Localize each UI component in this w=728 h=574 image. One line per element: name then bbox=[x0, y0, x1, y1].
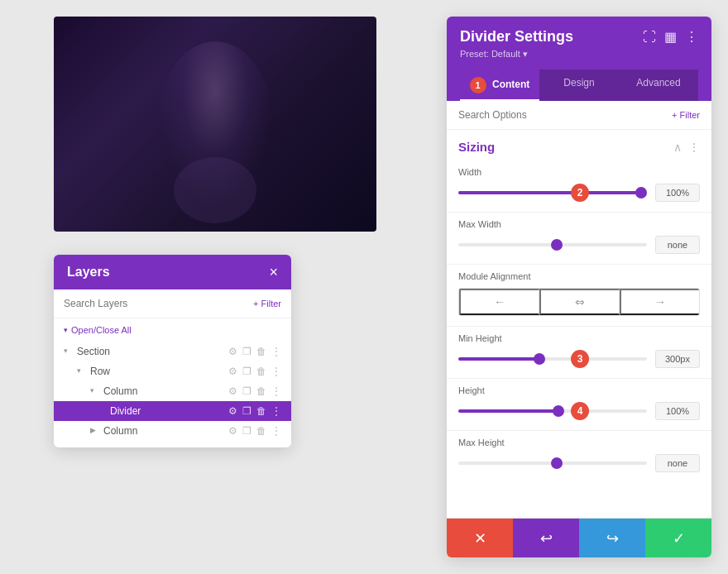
tab-advanced[interactable]: Advanced bbox=[619, 69, 698, 101]
tab-design[interactable]: Design bbox=[539, 69, 619, 101]
section-copy-icon[interactable]: ❐ bbox=[242, 346, 251, 357]
col2-toggle-icon: ▶ bbox=[90, 426, 100, 436]
divider-more-icon[interactable]: ⋮ bbox=[271, 405, 281, 417]
layers-search-input[interactable] bbox=[64, 298, 247, 309]
more-options-icon[interactable]: ⋮ bbox=[685, 29, 698, 45]
height-slider-track[interactable]: 4 bbox=[458, 409, 647, 413]
max-height-value[interactable]: none bbox=[655, 454, 700, 472]
divider-settings-icon[interactable]: ⚙ bbox=[228, 405, 237, 417]
max-height-slider-thumb[interactable] bbox=[551, 457, 563, 469]
height-slider-fill bbox=[458, 409, 558, 413]
width-label: Width bbox=[458, 167, 700, 177]
height-slider-thumb[interactable] bbox=[553, 405, 564, 417]
col1-toggle-icon: ▾ bbox=[90, 386, 100, 396]
width-slider-fill bbox=[458, 191, 641, 194]
col2-more-icon[interactable]: ⋮ bbox=[271, 425, 281, 437]
tree-label-column1: Column bbox=[103, 385, 228, 397]
settings-preset[interactable]: Preset: Default ▾ bbox=[460, 49, 698, 60]
row-more-icon[interactable]: ⋮ bbox=[271, 366, 281, 377]
height-value[interactable]: 100% bbox=[655, 402, 700, 420]
tree-item-row[interactable]: ▾ Row ⚙ ❐ 🗑 ⋮ bbox=[54, 361, 291, 381]
layers-search-bar: + Filter bbox=[54, 289, 291, 318]
layers-open-close[interactable]: ▾ Open/Close All bbox=[54, 318, 291, 342]
cancel-button[interactable]: ✕ bbox=[447, 519, 513, 557]
open-close-arrow-icon: ▾ bbox=[64, 326, 68, 334]
tree-label-divider: Divider bbox=[110, 405, 228, 417]
settings-header-icons: ⛶ ▦ ⋮ bbox=[643, 29, 698, 45]
row-delete-icon[interactable]: 🗑 bbox=[256, 366, 266, 377]
width-value[interactable]: 100% bbox=[655, 184, 700, 202]
sizing-collapse-icon[interactable]: ∧ bbox=[673, 141, 682, 154]
min-height-label: Min Height bbox=[458, 333, 700, 343]
max-width-row: Max Width none bbox=[447, 213, 711, 264]
divider-copy-icon[interactable]: ❐ bbox=[242, 405, 251, 417]
max-width-label: Max Width bbox=[458, 219, 700, 229]
min-height-value[interactable]: 300px bbox=[655, 350, 700, 368]
tree-item-section[interactable]: ▾ Section ⚙ ❐ 🗑 ⋮ bbox=[54, 342, 291, 361]
row-toggle-icon: ▾ bbox=[77, 366, 87, 376]
section-more-icon[interactable]: ⋮ bbox=[271, 346, 281, 357]
settings-header: Divider Settings ⛶ ▦ ⋮ Preset: Default ▾… bbox=[447, 17, 711, 101]
sizing-section-title: Sizing bbox=[458, 140, 673, 154]
align-left-button[interactable]: ← bbox=[459, 289, 539, 315]
divider-icons: ⚙ ❐ 🗑 ⋮ bbox=[228, 405, 281, 417]
save-button[interactable]: ✓ bbox=[645, 519, 711, 557]
undo-button[interactable]: ↩ bbox=[513, 519, 579, 557]
layers-title: Layers bbox=[67, 265, 110, 280]
width-slider-thumb[interactable] bbox=[635, 187, 647, 199]
tree-item-divider[interactable]: Divider ⚙ ❐ 🗑 ⋮ bbox=[54, 401, 291, 421]
layers-filter-button[interactable]: + Filter bbox=[253, 299, 281, 309]
col1-delete-icon[interactable]: 🗑 bbox=[256, 385, 266, 397]
row-settings-icon[interactable]: ⚙ bbox=[228, 366, 237, 377]
min-height-row: Min Height 3 300px bbox=[447, 327, 711, 378]
max-height-slider-row: none bbox=[458, 454, 700, 472]
align-right-button[interactable]: → bbox=[620, 289, 699, 315]
search-filter-button[interactable]: + Filter bbox=[672, 110, 700, 120]
height-row: Height 4 100% bbox=[447, 379, 711, 430]
max-width-slider-track[interactable] bbox=[458, 243, 647, 246]
divider-delete-icon[interactable]: 🗑 bbox=[256, 405, 266, 417]
col1-more-icon[interactable]: ⋮ bbox=[271, 385, 281, 397]
sizing-more-icon[interactable]: ⋮ bbox=[688, 141, 700, 154]
col1-settings-icon[interactable]: ⚙ bbox=[228, 385, 237, 397]
alignment-buttons: ← ⇔ → bbox=[458, 288, 700, 316]
tab-content[interactable]: 1 Content bbox=[460, 69, 539, 101]
max-height-label: Max Height bbox=[458, 438, 700, 447]
col2-delete-icon[interactable]: 🗑 bbox=[256, 425, 266, 437]
step-badge-1: 1 bbox=[470, 77, 486, 93]
settings-tabs: 1 Content Design Advanced bbox=[460, 69, 698, 101]
max-height-row: Max Height none bbox=[447, 431, 711, 482]
col2-settings-icon[interactable]: ⚙ bbox=[228, 425, 237, 437]
align-center-button[interactable]: ⇔ bbox=[539, 289, 620, 315]
section-delete-icon[interactable]: 🗑 bbox=[256, 346, 266, 357]
tree-item-column1[interactable]: ▾ Column ⚙ ❐ 🗑 ⋮ bbox=[54, 381, 291, 401]
layers-header: Layers × bbox=[54, 255, 291, 289]
max-width-value[interactable]: none bbox=[655, 236, 700, 254]
layout-icon[interactable]: ▦ bbox=[664, 29, 677, 45]
section-icons: ⚙ ❐ 🗑 ⋮ bbox=[228, 346, 281, 357]
height-label: Height bbox=[458, 385, 700, 395]
layers-close-button[interactable]: × bbox=[269, 265, 278, 280]
tab-content-label: Content bbox=[492, 79, 529, 90]
screen-icon[interactable]: ⛶ bbox=[643, 30, 656, 45]
min-height-slider-row: 3 300px bbox=[458, 350, 700, 368]
width-slider-track[interactable]: 2 bbox=[458, 191, 647, 194]
tree-item-column2[interactable]: ▶ Column ⚙ ❐ 🗑 ⋮ bbox=[54, 421, 291, 441]
tree-label-row: Row bbox=[90, 366, 228, 377]
max-width-slider-thumb[interactable] bbox=[551, 239, 563, 251]
col1-copy-icon[interactable]: ❐ bbox=[242, 385, 251, 397]
width-slider-row: 2 100% bbox=[458, 184, 700, 202]
col2-copy-icon[interactable]: ❐ bbox=[242, 425, 251, 437]
search-options-input[interactable] bbox=[458, 109, 665, 121]
max-width-slider-row: none bbox=[458, 236, 700, 254]
min-height-slider-thumb[interactable] bbox=[534, 353, 545, 365]
max-height-slider-track[interactable] bbox=[458, 462, 647, 465]
row-copy-icon[interactable]: ❐ bbox=[242, 366, 251, 377]
sizing-section-icons: ∧ ⋮ bbox=[673, 141, 700, 154]
tree-label-section: Section bbox=[77, 346, 228, 357]
min-height-slider-track[interactable]: 3 bbox=[458, 357, 647, 361]
section-settings-icon[interactable]: ⚙ bbox=[228, 346, 237, 357]
redo-button[interactable]: ↪ bbox=[579, 519, 645, 557]
col1-icons: ⚙ ❐ 🗑 ⋮ bbox=[228, 385, 281, 397]
module-alignment-label: Module Alignment bbox=[458, 271, 700, 281]
